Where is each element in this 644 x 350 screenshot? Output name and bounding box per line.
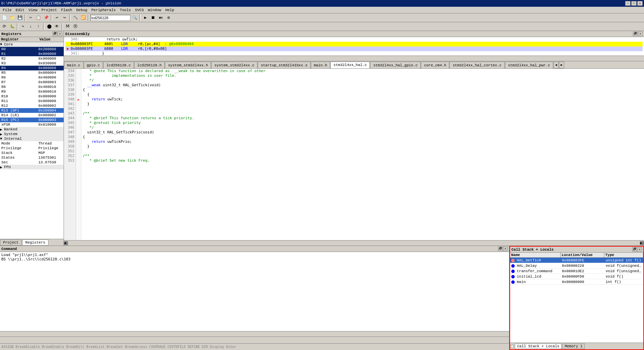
open-btn[interactable]: 📁 [8, 14, 16, 22]
reg-Sec[interactable]: Sec13.67530 [0, 160, 64, 165]
callstack-tab[interactable]: Call Stack + Locals [515, 344, 562, 349]
debug-btn[interactable]: 🐛 [8, 23, 16, 30]
tab-hal-pwr[interactable]: stm32l4xx_hal_pwr.c [505, 62, 553, 68]
redo-btn[interactable]: ↪ [61, 14, 68, 22]
tab-main-h[interactable]: main.h [311, 62, 330, 68]
reg-R15PC[interactable]: R15 (PC)0x080003 [0, 118, 64, 122]
find-btn[interactable]: 🔍 [131, 14, 138, 22]
settings-btn[interactable]: ⚙ [165, 14, 172, 22]
project-tab[interactable]: Project [0, 240, 22, 246]
code-body[interactable]: 334 335 336 337 338 339 340 341 342 343 … [64, 69, 644, 240]
reg-R6[interactable]: R60x480000 [0, 75, 64, 80]
menu-item-debug[interactable]: Debug [74, 7, 89, 13]
rebuild-btn[interactable]: 🔁 [79, 14, 87, 22]
new-btn[interactable]: 📄 [1, 14, 8, 22]
menu-item-svcs[interactable]: SVCS [133, 7, 146, 13]
stepout-btn[interactable]: ↑ [35, 23, 42, 30]
scroll-track[interactable] [68, 241, 640, 245]
cs-row-halDelay[interactable]: ⬤ HAL_Delay 0x08000228 void f(unsigned i… [510, 263, 643, 268]
reg-R0[interactable]: R00x200000 [0, 47, 64, 52]
menu-item-file[interactable]: File [1, 7, 13, 13]
menu-item-help[interactable]: Help [163, 7, 176, 13]
tab-main-c[interactable]: main.c [64, 62, 83, 68]
tab-startup[interactable]: startup_stm32l433xx.s [258, 62, 311, 68]
close-button[interactable]: ✕ [637, 1, 643, 6]
tab-system-h[interactable]: system_stm32l4xx.h [165, 62, 211, 68]
tab-gpio-c[interactable]: gpio.c [84, 62, 103, 68]
run-btn[interactable]: ▶ [142, 14, 149, 22]
code-content[interactable]: * @note This function is declared as __w… [81, 69, 644, 240]
cmd-scrollbar[interactable] [0, 331, 509, 337]
reg-xPSR[interactable]: xPSR0x810000 [0, 122, 64, 127]
cmd-float-btn[interactable]: 🗗 [498, 247, 503, 251]
menu-item-peripherals[interactable]: Peripherals [89, 7, 118, 13]
banked-group-header[interactable]: ▶ Banked [0, 127, 64, 132]
stepover-btn[interactable]: ↷ [19, 23, 27, 30]
reg-R5[interactable]: R50x000004 [0, 70, 64, 75]
reg-States[interactable]: States13675301 [0, 155, 64, 160]
minimize-button[interactable]: ─ [625, 1, 631, 6]
menu-item-tools[interactable]: Tools [118, 7, 133, 13]
reg-R8[interactable]: R80x480010 [0, 85, 64, 89]
build-btn[interactable]: 🔨 [72, 14, 79, 22]
stepinto-btn[interactable]: ↓ [27, 23, 34, 30]
cmd-close-btn[interactable]: ✕ [503, 247, 508, 251]
menu-item-project[interactable]: Project [39, 7, 59, 13]
menu-item-edit[interactable]: Edit [13, 7, 26, 13]
fpu-group-header[interactable]: ▶ FPU [0, 165, 64, 169]
memory-btn[interactable]: Ⅿ [64, 23, 71, 30]
reg-R10[interactable]: R100x000000 [0, 94, 64, 99]
save-btn[interactable]: 💾 [16, 14, 24, 22]
tab-scroll-left[interactable]: ◄ [553, 62, 559, 68]
tab-system-c[interactable]: system_stm32l4xx.c [211, 62, 257, 68]
tab-core-cm4[interactable]: core_cm4.h [421, 62, 449, 68]
tab-hal-cortex[interactable]: stm32l4xx_hal_cortex.c [450, 62, 504, 68]
reg-R14LR[interactable]: R14 (LR)0x080002 [0, 113, 64, 118]
scroll-left-btn[interactable]: ◄ [64, 241, 68, 245]
reg-R12[interactable]: R120x000002 [0, 103, 64, 108]
device-input[interactable] [90, 15, 131, 21]
cs-row-transferCmd[interactable]: ⬤ transfer_command 0x08001OE2 void f(uns… [510, 268, 643, 274]
cs-row-initialLcd[interactable]: ⬤ initial_lcd 0x08000FD0 void f() [510, 274, 643, 279]
maximize-button[interactable]: □ [631, 1, 637, 6]
breakpoint-btn[interactable]: ⬤ [45, 23, 53, 30]
disasm-close-btn[interactable]: ✕ [638, 32, 643, 36]
watch-btn[interactable]: 👁 [53, 23, 61, 30]
copy-btn[interactable]: 📋 [35, 14, 42, 22]
core-group-header[interactable]: ▼ Core [0, 42, 64, 47]
system-group-header[interactable]: ▶ System [0, 132, 64, 136]
cut-btn[interactable]: ✂ [27, 14, 34, 22]
menu-item-view[interactable]: View [27, 7, 39, 13]
cs-float-btn[interactable]: 🗗 [632, 247, 637, 252]
reg-R9[interactable]: R90x000010 [0, 89, 64, 94]
tab-lcd256128-c[interactable]: lcd256128.c [103, 62, 134, 68]
cs-close-btn[interactable]: ✕ [637, 247, 642, 252]
reg-R3[interactable]: R30x030000 [0, 61, 64, 66]
reg-R11[interactable]: R110x000000 [0, 99, 64, 103]
cs-row-main[interactable]: ⬤ main 0x00000000 int f() [510, 279, 643, 285]
menu-item-window[interactable]: Window [146, 7, 164, 13]
tab-hal-gpio-c[interactable]: stm32l4xx_hal_gpio.c [370, 62, 421, 68]
reg-Mode[interactable]: ModeThread [0, 141, 64, 146]
reg-R2[interactable]: R20x000000 [0, 56, 64, 61]
scroll-right-btn[interactable]: ► [640, 241, 644, 245]
tab-scroll-right[interactable]: ► [559, 62, 564, 68]
paste-btn[interactable]: 📌 [42, 14, 50, 22]
registers-tab[interactable]: Registers [22, 240, 48, 246]
stop-btn[interactable]: ⏹ [149, 14, 157, 22]
reset-btn[interactable]: ⟳ [1, 23, 8, 30]
tab-hal-c[interactable]: stm32l4xx_hal.c [330, 62, 370, 68]
reg-Stack[interactable]: StackMSP [0, 151, 64, 155]
step-btn[interactable]: ⏭ [157, 14, 165, 22]
reg-R7[interactable]: R70x000003 [0, 80, 64, 85]
registers-view-btn[interactable]: Ⓡ [72, 23, 79, 30]
internal-group-header[interactable]: ▼ Internal [0, 136, 64, 141]
reg-R1[interactable]: R10x000000 [0, 52, 64, 56]
tab-lcd256128-h[interactable]: lcd256128.h [134, 62, 165, 68]
registers-float-btn[interactable]: 🗗 [52, 32, 57, 36]
code-scroll-x[interactable]: ◄ ► [64, 240, 644, 246]
memory1-tab[interactable]: Memory 1 [562, 344, 585, 349]
cs-row-halGetTick[interactable]: ⬤ HAL_GetTick 0x080003FE unsigned int f(… [510, 258, 643, 263]
reg-Privilege[interactable]: PrivilegePrivilege [0, 146, 64, 151]
reg-R13SP[interactable]: R13 (SP)0x200004 [0, 108, 64, 113]
